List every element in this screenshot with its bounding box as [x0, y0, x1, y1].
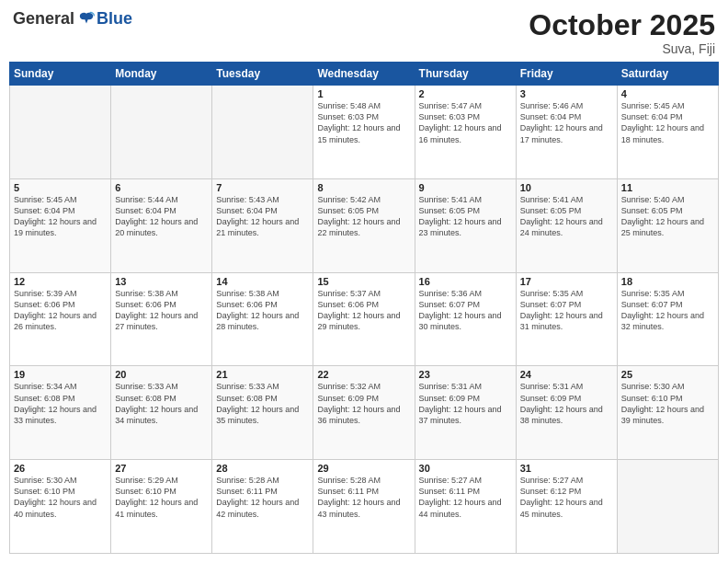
calendar-cell: [617, 460, 718, 554]
day-number: 31: [520, 463, 613, 474]
calendar-cell: 4Sunrise: 5:45 AMSunset: 6:04 PMDaylight…: [617, 86, 718, 179]
day-info: Sunrise: 5:29 AMSunset: 6:10 PMDaylight:…: [115, 475, 208, 520]
day-number: 18: [621, 276, 714, 287]
day-number: 5: [14, 182, 107, 193]
day-number: 11: [621, 182, 714, 193]
day-number: 8: [317, 182, 410, 193]
calendar-week-2: 5Sunrise: 5:45 AMSunset: 6:04 PMDaylight…: [10, 178, 719, 272]
day-info: Sunrise: 5:47 AMSunset: 6:03 PMDaylight:…: [419, 100, 512, 145]
day-info: Sunrise: 5:41 AMSunset: 6:05 PMDaylight:…: [419, 194, 512, 239]
calendar-cell: 25Sunrise: 5:30 AMSunset: 6:10 PMDayligh…: [617, 366, 718, 460]
logo-bird-icon: [78, 11, 95, 28]
calendar-week-1: 1Sunrise: 5:48 AMSunset: 6:03 PMDaylight…: [10, 86, 719, 179]
calendar-cell: 7Sunrise: 5:43 AMSunset: 6:04 PMDaylight…: [212, 178, 313, 272]
day-info: Sunrise: 5:28 AMSunset: 6:11 PMDaylight:…: [317, 475, 410, 520]
day-number: 13: [115, 276, 208, 287]
day-number: 15: [317, 276, 410, 287]
calendar-cell: 11Sunrise: 5:40 AMSunset: 6:05 PMDayligh…: [617, 178, 718, 272]
calendar-cell: 28Sunrise: 5:28 AMSunset: 6:11 PMDayligh…: [212, 460, 313, 554]
calendar-cell: 22Sunrise: 5:32 AMSunset: 6:09 PMDayligh…: [313, 366, 415, 460]
day-number: 7: [216, 182, 309, 193]
calendar-week-4: 19Sunrise: 5:34 AMSunset: 6:08 PMDayligh…: [10, 366, 719, 460]
calendar-cell: 15Sunrise: 5:37 AMSunset: 6:06 PMDayligh…: [313, 272, 415, 366]
day-info: Sunrise: 5:33 AMSunset: 6:08 PMDaylight:…: [115, 381, 208, 426]
day-number: 4: [621, 88, 714, 99]
title-section: October 2025 Suva, Fiji: [529, 9, 715, 56]
day-number: 2: [419, 88, 512, 99]
day-number: 28: [216, 463, 309, 474]
day-info: Sunrise: 5:35 AMSunset: 6:07 PMDaylight:…: [621, 288, 714, 333]
calendar-cell: 8Sunrise: 5:42 AMSunset: 6:05 PMDaylight…: [313, 178, 415, 272]
day-number: 16: [419, 276, 512, 287]
day-number: 17: [520, 276, 613, 287]
day-number: 30: [419, 463, 512, 474]
weekday-header-thursday: Thursday: [415, 63, 516, 86]
day-info: Sunrise: 5:35 AMSunset: 6:07 PMDaylight:…: [520, 288, 613, 333]
day-info: Sunrise: 5:32 AMSunset: 6:09 PMDaylight:…: [317, 381, 410, 426]
weekday-header-friday: Friday: [516, 63, 617, 86]
calendar-cell: 13Sunrise: 5:38 AMSunset: 6:06 PMDayligh…: [111, 272, 212, 366]
calendar-cell: 6Sunrise: 5:44 AMSunset: 6:04 PMDaylight…: [111, 178, 212, 272]
day-info: Sunrise: 5:43 AMSunset: 6:04 PMDaylight:…: [216, 194, 309, 239]
weekday-header-sunday: Sunday: [10, 63, 111, 86]
day-number: 24: [520, 369, 613, 380]
calendar-cell: 9Sunrise: 5:41 AMSunset: 6:05 PMDaylight…: [415, 178, 516, 272]
location: Suva, Fiji: [529, 41, 715, 56]
calendar-cell: 14Sunrise: 5:38 AMSunset: 6:06 PMDayligh…: [212, 272, 313, 366]
day-number: 21: [216, 369, 309, 380]
day-number: 9: [419, 182, 512, 193]
calendar-cell: [10, 86, 111, 179]
calendar-cell: 27Sunrise: 5:29 AMSunset: 6:10 PMDayligh…: [111, 460, 212, 554]
weekday-header-tuesday: Tuesday: [212, 63, 313, 86]
page: General Blue October 2025 Suva, Fiji Sun…: [0, 0, 728, 563]
calendar-cell: 23Sunrise: 5:31 AMSunset: 6:09 PMDayligh…: [415, 366, 516, 460]
calendar-cell: 2Sunrise: 5:47 AMSunset: 6:03 PMDaylight…: [415, 86, 516, 179]
calendar-cell: 30Sunrise: 5:27 AMSunset: 6:11 PMDayligh…: [415, 460, 516, 554]
calendar-cell: 17Sunrise: 5:35 AMSunset: 6:07 PMDayligh…: [516, 272, 617, 366]
day-number: 14: [216, 276, 309, 287]
day-info: Sunrise: 5:42 AMSunset: 6:05 PMDaylight:…: [317, 194, 410, 239]
calendar-cell: 31Sunrise: 5:27 AMSunset: 6:12 PMDayligh…: [516, 460, 617, 554]
day-info: Sunrise: 5:45 AMSunset: 6:04 PMDaylight:…: [14, 194, 107, 239]
day-info: Sunrise: 5:37 AMSunset: 6:06 PMDaylight:…: [317, 288, 410, 333]
calendar-week-5: 26Sunrise: 5:30 AMSunset: 6:10 PMDayligh…: [10, 460, 719, 554]
calendar-cell: [212, 86, 313, 179]
day-number: 12: [14, 276, 107, 287]
day-info: Sunrise: 5:38 AMSunset: 6:06 PMDaylight:…: [216, 288, 309, 333]
day-number: 20: [115, 369, 208, 380]
day-info: Sunrise: 5:33 AMSunset: 6:08 PMDaylight:…: [216, 381, 309, 426]
day-number: 1: [317, 88, 410, 99]
calendar-cell: 21Sunrise: 5:33 AMSunset: 6:08 PMDayligh…: [212, 366, 313, 460]
calendar-table: SundayMondayTuesdayWednesdayThursdayFrid…: [9, 62, 719, 554]
day-info: Sunrise: 5:30 AMSunset: 6:10 PMDaylight:…: [14, 475, 107, 520]
calendar-cell: 5Sunrise: 5:45 AMSunset: 6:04 PMDaylight…: [10, 178, 111, 272]
day-info: Sunrise: 5:34 AMSunset: 6:08 PMDaylight:…: [14, 381, 107, 426]
logo-general-text: General: [13, 9, 74, 29]
day-info: Sunrise: 5:45 AMSunset: 6:04 PMDaylight:…: [621, 100, 714, 145]
month-title: October 2025: [529, 9, 715, 41]
day-number: 10: [520, 182, 613, 193]
day-number: 25: [621, 369, 714, 380]
day-info: Sunrise: 5:30 AMSunset: 6:10 PMDaylight:…: [621, 381, 714, 426]
weekday-header-wednesday: Wednesday: [313, 63, 415, 86]
day-info: Sunrise: 5:31 AMSunset: 6:09 PMDaylight:…: [419, 381, 512, 426]
calendar-week-3: 12Sunrise: 5:39 AMSunset: 6:06 PMDayligh…: [10, 272, 719, 366]
calendar-cell: 16Sunrise: 5:36 AMSunset: 6:07 PMDayligh…: [415, 272, 516, 366]
day-number: 23: [419, 369, 512, 380]
day-info: Sunrise: 5:27 AMSunset: 6:12 PMDaylight:…: [520, 475, 613, 520]
logo-blue-text: Blue: [97, 9, 132, 29]
day-info: Sunrise: 5:27 AMSunset: 6:11 PMDaylight:…: [419, 475, 512, 520]
day-number: 27: [115, 463, 208, 474]
weekday-header-monday: Monday: [111, 63, 212, 86]
day-number: 26: [14, 463, 107, 474]
day-number: 6: [115, 182, 208, 193]
day-info: Sunrise: 5:48 AMSunset: 6:03 PMDaylight:…: [317, 100, 410, 145]
header: General Blue October 2025 Suva, Fiji: [9, 9, 719, 56]
day-info: Sunrise: 5:39 AMSunset: 6:06 PMDaylight:…: [14, 288, 107, 333]
day-info: Sunrise: 5:46 AMSunset: 6:04 PMDaylight:…: [520, 100, 613, 145]
day-number: 19: [14, 369, 107, 380]
calendar-cell: 19Sunrise: 5:34 AMSunset: 6:08 PMDayligh…: [10, 366, 111, 460]
calendar-cell: 18Sunrise: 5:35 AMSunset: 6:07 PMDayligh…: [617, 272, 718, 366]
day-info: Sunrise: 5:28 AMSunset: 6:11 PMDaylight:…: [216, 475, 309, 520]
weekday-header-saturday: Saturday: [617, 63, 718, 86]
